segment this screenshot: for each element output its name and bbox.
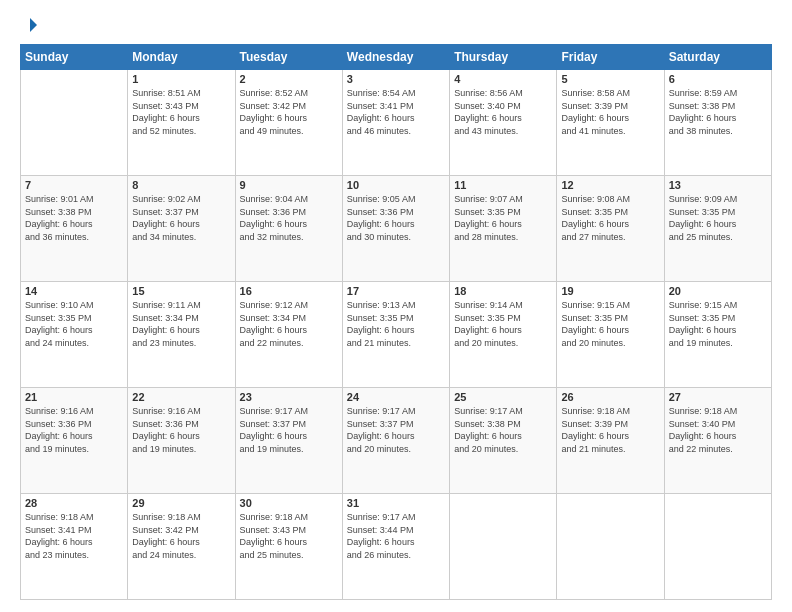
calendar-cell: 14Sunrise: 9:10 AM Sunset: 3:35 PM Dayli… xyxy=(21,282,128,388)
day-info: Sunrise: 9:12 AM Sunset: 3:34 PM Dayligh… xyxy=(240,299,338,349)
calendar-week-3: 14Sunrise: 9:10 AM Sunset: 3:35 PM Dayli… xyxy=(21,282,772,388)
day-number: 7 xyxy=(25,179,123,191)
calendar-cell: 25Sunrise: 9:17 AM Sunset: 3:38 PM Dayli… xyxy=(450,388,557,494)
day-number: 28 xyxy=(25,497,123,509)
day-info: Sunrise: 9:10 AM Sunset: 3:35 PM Dayligh… xyxy=(25,299,123,349)
day-number: 3 xyxy=(347,73,445,85)
day-number: 30 xyxy=(240,497,338,509)
calendar-cell: 18Sunrise: 9:14 AM Sunset: 3:35 PM Dayli… xyxy=(450,282,557,388)
day-number: 4 xyxy=(454,73,552,85)
logo xyxy=(20,16,40,34)
calendar-cell: 29Sunrise: 9:18 AM Sunset: 3:42 PM Dayli… xyxy=(128,494,235,600)
day-info: Sunrise: 9:16 AM Sunset: 3:36 PM Dayligh… xyxy=(25,405,123,455)
day-info: Sunrise: 9:15 AM Sunset: 3:35 PM Dayligh… xyxy=(669,299,767,349)
calendar-cell: 1Sunrise: 8:51 AM Sunset: 3:43 PM Daylig… xyxy=(128,70,235,176)
calendar-header-sunday: Sunday xyxy=(21,45,128,70)
day-info: Sunrise: 9:18 AM Sunset: 3:43 PM Dayligh… xyxy=(240,511,338,561)
day-number: 14 xyxy=(25,285,123,297)
calendar-week-4: 21Sunrise: 9:16 AM Sunset: 3:36 PM Dayli… xyxy=(21,388,772,494)
page: SundayMondayTuesdayWednesdayThursdayFrid… xyxy=(0,0,792,612)
day-info: Sunrise: 8:54 AM Sunset: 3:41 PM Dayligh… xyxy=(347,87,445,137)
calendar-cell: 26Sunrise: 9:18 AM Sunset: 3:39 PM Dayli… xyxy=(557,388,664,494)
day-number: 27 xyxy=(669,391,767,403)
day-info: Sunrise: 9:18 AM Sunset: 3:41 PM Dayligh… xyxy=(25,511,123,561)
calendar-cell: 16Sunrise: 9:12 AM Sunset: 3:34 PM Dayli… xyxy=(235,282,342,388)
day-info: Sunrise: 9:04 AM Sunset: 3:36 PM Dayligh… xyxy=(240,193,338,243)
calendar-week-2: 7Sunrise: 9:01 AM Sunset: 3:38 PM Daylig… xyxy=(21,176,772,282)
calendar-week-5: 28Sunrise: 9:18 AM Sunset: 3:41 PM Dayli… xyxy=(21,494,772,600)
calendar-cell: 24Sunrise: 9:17 AM Sunset: 3:37 PM Dayli… xyxy=(342,388,449,494)
day-info: Sunrise: 9:14 AM Sunset: 3:35 PM Dayligh… xyxy=(454,299,552,349)
calendar-cell: 6Sunrise: 8:59 AM Sunset: 3:38 PM Daylig… xyxy=(664,70,771,176)
calendar-cell: 22Sunrise: 9:16 AM Sunset: 3:36 PM Dayli… xyxy=(128,388,235,494)
calendar-cell: 20Sunrise: 9:15 AM Sunset: 3:35 PM Dayli… xyxy=(664,282,771,388)
calendar-cell: 21Sunrise: 9:16 AM Sunset: 3:36 PM Dayli… xyxy=(21,388,128,494)
calendar-week-1: 1Sunrise: 8:51 AM Sunset: 3:43 PM Daylig… xyxy=(21,70,772,176)
calendar-header-wednesday: Wednesday xyxy=(342,45,449,70)
day-info: Sunrise: 9:11 AM Sunset: 3:34 PM Dayligh… xyxy=(132,299,230,349)
calendar-cell: 19Sunrise: 9:15 AM Sunset: 3:35 PM Dayli… xyxy=(557,282,664,388)
calendar-cell: 9Sunrise: 9:04 AM Sunset: 3:36 PM Daylig… xyxy=(235,176,342,282)
day-info: Sunrise: 9:05 AM Sunset: 3:36 PM Dayligh… xyxy=(347,193,445,243)
day-number: 31 xyxy=(347,497,445,509)
calendar-cell: 4Sunrise: 8:56 AM Sunset: 3:40 PM Daylig… xyxy=(450,70,557,176)
calendar-header-tuesday: Tuesday xyxy=(235,45,342,70)
day-number: 25 xyxy=(454,391,552,403)
day-info: Sunrise: 9:02 AM Sunset: 3:37 PM Dayligh… xyxy=(132,193,230,243)
day-info: Sunrise: 9:17 AM Sunset: 3:37 PM Dayligh… xyxy=(240,405,338,455)
day-number: 1 xyxy=(132,73,230,85)
day-number: 2 xyxy=(240,73,338,85)
calendar-cell: 15Sunrise: 9:11 AM Sunset: 3:34 PM Dayli… xyxy=(128,282,235,388)
calendar-cell: 5Sunrise: 8:58 AM Sunset: 3:39 PM Daylig… xyxy=(557,70,664,176)
day-number: 5 xyxy=(561,73,659,85)
day-info: Sunrise: 9:16 AM Sunset: 3:36 PM Dayligh… xyxy=(132,405,230,455)
day-number: 13 xyxy=(669,179,767,191)
calendar-header-saturday: Saturday xyxy=(664,45,771,70)
day-number: 9 xyxy=(240,179,338,191)
svg-marker-0 xyxy=(30,18,37,32)
calendar-cell: 10Sunrise: 9:05 AM Sunset: 3:36 PM Dayli… xyxy=(342,176,449,282)
day-info: Sunrise: 9:18 AM Sunset: 3:39 PM Dayligh… xyxy=(561,405,659,455)
day-number: 15 xyxy=(132,285,230,297)
day-number: 12 xyxy=(561,179,659,191)
day-number: 23 xyxy=(240,391,338,403)
calendar-cell: 12Sunrise: 9:08 AM Sunset: 3:35 PM Dayli… xyxy=(557,176,664,282)
day-number: 17 xyxy=(347,285,445,297)
day-info: Sunrise: 8:59 AM Sunset: 3:38 PM Dayligh… xyxy=(669,87,767,137)
day-info: Sunrise: 9:17 AM Sunset: 3:44 PM Dayligh… xyxy=(347,511,445,561)
logo-flag-icon xyxy=(21,16,39,34)
day-number: 10 xyxy=(347,179,445,191)
calendar-header-row: SundayMondayTuesdayWednesdayThursdayFrid… xyxy=(21,45,772,70)
day-number: 29 xyxy=(132,497,230,509)
day-info: Sunrise: 9:15 AM Sunset: 3:35 PM Dayligh… xyxy=(561,299,659,349)
day-number: 20 xyxy=(669,285,767,297)
day-info: Sunrise: 9:09 AM Sunset: 3:35 PM Dayligh… xyxy=(669,193,767,243)
day-info: Sunrise: 8:56 AM Sunset: 3:40 PM Dayligh… xyxy=(454,87,552,137)
day-info: Sunrise: 9:13 AM Sunset: 3:35 PM Dayligh… xyxy=(347,299,445,349)
calendar-cell: 30Sunrise: 9:18 AM Sunset: 3:43 PM Dayli… xyxy=(235,494,342,600)
day-info: Sunrise: 8:51 AM Sunset: 3:43 PM Dayligh… xyxy=(132,87,230,137)
day-info: Sunrise: 9:07 AM Sunset: 3:35 PM Dayligh… xyxy=(454,193,552,243)
day-info: Sunrise: 9:18 AM Sunset: 3:42 PM Dayligh… xyxy=(132,511,230,561)
calendar-cell: 28Sunrise: 9:18 AM Sunset: 3:41 PM Dayli… xyxy=(21,494,128,600)
day-info: Sunrise: 9:17 AM Sunset: 3:37 PM Dayligh… xyxy=(347,405,445,455)
day-number: 26 xyxy=(561,391,659,403)
calendar-header-monday: Monday xyxy=(128,45,235,70)
day-number: 21 xyxy=(25,391,123,403)
day-number: 8 xyxy=(132,179,230,191)
calendar-cell: 17Sunrise: 9:13 AM Sunset: 3:35 PM Dayli… xyxy=(342,282,449,388)
calendar-cell xyxy=(450,494,557,600)
calendar-cell: 3Sunrise: 8:54 AM Sunset: 3:41 PM Daylig… xyxy=(342,70,449,176)
calendar-table: SundayMondayTuesdayWednesdayThursdayFrid… xyxy=(20,44,772,600)
day-number: 6 xyxy=(669,73,767,85)
day-info: Sunrise: 8:58 AM Sunset: 3:39 PM Dayligh… xyxy=(561,87,659,137)
day-number: 19 xyxy=(561,285,659,297)
day-info: Sunrise: 9:01 AM Sunset: 3:38 PM Dayligh… xyxy=(25,193,123,243)
calendar-cell: 27Sunrise: 9:18 AM Sunset: 3:40 PM Dayli… xyxy=(664,388,771,494)
day-info: Sunrise: 9:17 AM Sunset: 3:38 PM Dayligh… xyxy=(454,405,552,455)
day-number: 16 xyxy=(240,285,338,297)
calendar-cell: 2Sunrise: 8:52 AM Sunset: 3:42 PM Daylig… xyxy=(235,70,342,176)
calendar-cell: 8Sunrise: 9:02 AM Sunset: 3:37 PM Daylig… xyxy=(128,176,235,282)
calendar-cell: 7Sunrise: 9:01 AM Sunset: 3:38 PM Daylig… xyxy=(21,176,128,282)
calendar-cell: 13Sunrise: 9:09 AM Sunset: 3:35 PM Dayli… xyxy=(664,176,771,282)
